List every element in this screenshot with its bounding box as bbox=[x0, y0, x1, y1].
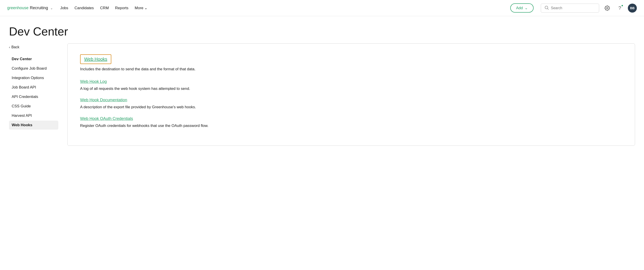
nav-crm[interactable]: CRM bbox=[100, 6, 109, 10]
svg-line-1 bbox=[548, 9, 548, 10]
sidebar-item-web-hooks[interactable]: Web Hooks bbox=[9, 121, 58, 130]
help-button[interactable]: ? bbox=[615, 4, 624, 13]
back-button[interactable]: ‹ Back bbox=[9, 45, 58, 49]
sidebar-item-configure-job-board[interactable]: Configure Job Board bbox=[9, 64, 58, 73]
logo-chevron-icon: ⌄ bbox=[50, 6, 53, 10]
nav-jobs[interactable]: Jobs bbox=[60, 6, 68, 10]
sub-section-oauth: Web Hook OAuth Credentials Register OAut… bbox=[80, 116, 622, 129]
sidebar-item-css-guide[interactable]: CSS Guide bbox=[9, 102, 58, 111]
navbar: greenhouse Recruiting ⌄ Jobs Candidates … bbox=[0, 0, 644, 16]
logo-black: Recruiting bbox=[30, 6, 48, 10]
notification-dot bbox=[621, 5, 623, 7]
webhook-log-link[interactable]: Web Hook Log bbox=[80, 79, 107, 84]
webhook-oauth-link[interactable]: Web Hook OAuth Credentials bbox=[80, 116, 133, 121]
nav-right: ? BB bbox=[541, 4, 637, 13]
content-area: Web Hooks Includes the destination to se… bbox=[67, 43, 635, 146]
sidebar-item-label: API Credentials bbox=[12, 95, 38, 99]
nav-more[interactable]: More ⌄ bbox=[135, 6, 148, 10]
content-card: Web Hooks Includes the destination to se… bbox=[67, 43, 635, 146]
sidebar-item-dev-center[interactable]: Dev Center bbox=[9, 55, 58, 64]
sidebar-item-label: Web Hooks bbox=[12, 123, 32, 127]
logo-green: greenhouse bbox=[7, 6, 28, 10]
search-bar[interactable] bbox=[541, 4, 599, 13]
settings-button[interactable] bbox=[603, 4, 612, 13]
sidebar-item-label: Configure Job Board bbox=[12, 66, 47, 71]
main-layout: ‹ Back Dev Center Configure Job Board In… bbox=[0, 43, 644, 155]
back-arrow-icon: ‹ bbox=[9, 45, 10, 49]
nav-links: Jobs Candidates CRM Reports More ⌄ bbox=[60, 6, 503, 10]
webhooks-title-link[interactable]: Web Hooks bbox=[80, 54, 111, 64]
sidebar-item-api-credentials[interactable]: API Credentials bbox=[9, 92, 58, 101]
logo[interactable]: greenhouse Recruiting ⌄ bbox=[7, 6, 53, 10]
avatar-button[interactable]: BB bbox=[628, 4, 637, 13]
page-title-section: Dev Center bbox=[0, 16, 644, 43]
sidebar-item-label: CSS Guide bbox=[12, 104, 31, 108]
sidebar-item-integration-options[interactable]: Integration Options bbox=[9, 74, 58, 82]
webhook-documentation-link[interactable]: Web Hook Documentation bbox=[80, 98, 127, 102]
sidebar-item-label: Job Board API bbox=[12, 85, 36, 89]
sidebar-item-label: Dev Center bbox=[12, 57, 32, 61]
avatar-initials: BB bbox=[630, 6, 634, 10]
search-input[interactable] bbox=[551, 6, 595, 10]
sidebar: ‹ Back Dev Center Configure Job Board In… bbox=[9, 43, 58, 146]
sidebar-item-label: Integration Options bbox=[12, 76, 44, 80]
page-title: Dev Center bbox=[9, 25, 635, 38]
add-chevron-icon: ⌄ bbox=[524, 6, 528, 10]
sidebar-item-harvest-api[interactable]: Harvest API bbox=[9, 111, 58, 120]
webhook-documentation-desc: A description of the export file provide… bbox=[80, 104, 622, 110]
back-label: Back bbox=[12, 45, 20, 49]
sub-section-log: Web Hook Log A log of all requests the w… bbox=[80, 79, 622, 92]
sub-section-documentation: Web Hook Documentation A description of … bbox=[80, 98, 622, 110]
add-button-label: Add bbox=[516, 6, 523, 10]
sidebar-item-label: Harvest API bbox=[12, 113, 32, 118]
webhook-log-desc: A log of all requests the web hook syste… bbox=[80, 86, 622, 92]
question-icon: ? bbox=[618, 5, 621, 11]
gear-icon bbox=[604, 6, 610, 11]
search-icon bbox=[544, 6, 549, 11]
webhooks-desc: Includes the destination to send the dat… bbox=[80, 66, 622, 72]
more-chevron-icon: ⌄ bbox=[144, 6, 148, 10]
nav-more-label: More bbox=[135, 6, 144, 10]
sidebar-item-job-board-api[interactable]: Job Board API bbox=[9, 83, 58, 92]
webhook-oauth-desc: Register OAuth credentials for webhooks … bbox=[80, 123, 622, 129]
webhooks-header: Web Hooks bbox=[80, 54, 111, 64]
nav-candidates[interactable]: Candidates bbox=[74, 6, 94, 10]
nav-reports[interactable]: Reports bbox=[115, 6, 128, 10]
add-button[interactable]: Add ⌄ bbox=[510, 3, 534, 13]
